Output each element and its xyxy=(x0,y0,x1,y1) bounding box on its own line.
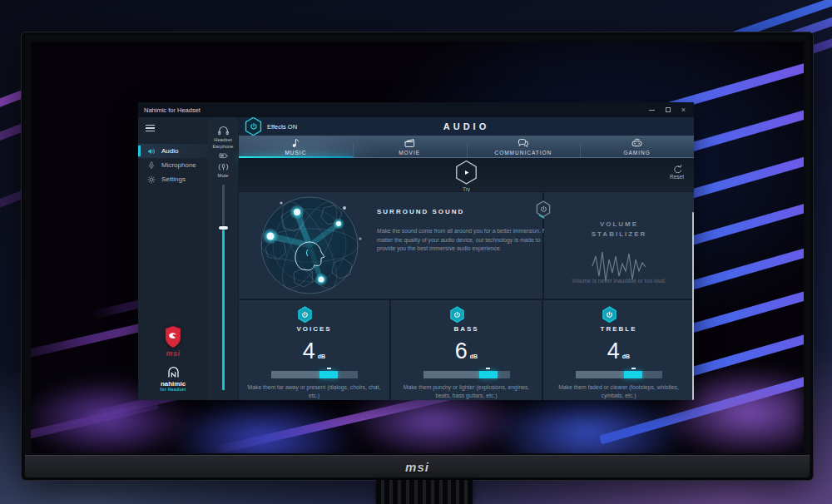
power-icon xyxy=(539,205,548,214)
slider-handle[interactable] xyxy=(319,371,338,378)
monitor-stand xyxy=(376,480,473,504)
eq-value: 4dB xyxy=(543,338,694,364)
voices-slider[interactable] xyxy=(271,371,358,378)
speaker-icon xyxy=(147,147,156,156)
eq-number: 4 xyxy=(607,338,621,363)
nahimic-wordmark: nahimic xyxy=(161,380,186,388)
slider-handle[interactable] xyxy=(479,371,498,378)
mute-microphone-icon[interactable] xyxy=(218,162,229,172)
slider-fill xyxy=(423,371,479,378)
nahimic-sub-label: for Headset xyxy=(161,388,186,392)
desktop-scene: Nahimic for Headset × Audi xyxy=(0,0,832,504)
slider-tick xyxy=(631,368,636,369)
power-icon xyxy=(605,310,614,319)
slider-fill xyxy=(576,371,625,378)
treble-power-button[interactable] xyxy=(602,306,617,323)
minimize-button[interactable] xyxy=(649,110,655,111)
music-note-icon xyxy=(290,137,302,148)
main-content: Effects ON AUDIO MUSIC MOVIE xyxy=(239,117,694,400)
monitor-screen: Nahimic for Headset × Audi xyxy=(31,42,804,453)
panel-description: Make the sound come from all around you … xyxy=(377,227,553,254)
bass-slider[interactable] xyxy=(423,371,510,378)
treble-slider[interactable] xyxy=(576,371,662,378)
eq-value: 6dB xyxy=(391,338,542,364)
page-title: AUDIO xyxy=(239,121,694,131)
bass-power-button[interactable] xyxy=(450,306,465,323)
sidebar-item-audio[interactable]: Audio xyxy=(138,144,208,158)
panel-description: Make them faded or clearer (footsteps, w… xyxy=(552,383,686,400)
monitor-chin: msi xyxy=(25,455,810,477)
device-panel: Headset Earphone Mute xyxy=(208,117,239,400)
tab-gaming[interactable]: GAMING xyxy=(580,136,694,157)
gear-icon xyxy=(147,175,156,184)
tab-label: MOVIE xyxy=(399,150,420,156)
volume-stabilizer-panel: VOLUME STABILIZER Volume is never inaudi… xyxy=(544,192,694,299)
msi-shield-logo xyxy=(164,326,182,348)
mute-label: Mute xyxy=(218,173,229,178)
voices-power-button[interactable] xyxy=(298,306,313,323)
slider-tick xyxy=(327,368,331,369)
sidebar-item-label: Microphone xyxy=(161,161,196,169)
effects-panels: SURROUND SOUND Make the sound come from … xyxy=(239,191,694,400)
window-titlebar: Nahimic for Headset × xyxy=(138,102,694,117)
eq-unit: dB xyxy=(318,353,325,359)
nahimic-logo-icon xyxy=(166,366,181,378)
battery-icon xyxy=(219,153,228,159)
panel-description: Volume is never inaudible or too loud. xyxy=(556,277,682,285)
reset-label: Reset xyxy=(670,174,684,180)
play-icon xyxy=(463,169,470,176)
panel-description: Make them far away or present (dialogs, … xyxy=(248,383,381,400)
voices-panel: VOICES 4dB Make them fa xyxy=(239,300,389,400)
tab-label: MUSIC xyxy=(285,150,306,156)
eq-unit: dB xyxy=(622,353,630,359)
tab-label: COMMUNICATION xyxy=(494,150,552,156)
window-scrollbar[interactable] xyxy=(692,212,694,400)
slider-fill xyxy=(271,371,320,378)
eq-number: 4 xyxy=(303,338,316,363)
monitor-bezel: Nahimic for Headset × Audi xyxy=(21,32,814,481)
tab-label: GAMING xyxy=(623,150,650,156)
hamburger-menu-icon[interactable] xyxy=(146,125,155,133)
panel-description: Make them punchy or lighter (explosions,… xyxy=(400,383,533,400)
sidebar-item-microphone[interactable]: Microphone xyxy=(138,158,208,172)
surround-sound-panel: SURROUND SOUND Make the sound come from … xyxy=(239,192,542,299)
panel-title: VOLUME STABILIZER xyxy=(544,220,694,240)
volume-stabilizer-power-button[interactable] xyxy=(536,200,551,217)
tab-communication[interactable]: COMMUNICATION xyxy=(467,136,581,157)
volume-slider-handle[interactable] xyxy=(219,226,228,230)
volume-slider-fill xyxy=(222,228,225,390)
close-button[interactable]: × xyxy=(681,107,686,112)
audio-header: Effects ON AUDIO xyxy=(239,117,694,136)
reset-button[interactable]: Reset xyxy=(670,164,684,180)
sidebar: Audio Microphone Settings xyxy=(138,117,208,400)
undo-arrow-icon xyxy=(671,164,682,173)
slider-tick xyxy=(486,368,490,369)
maximize-button[interactable] xyxy=(666,107,671,112)
slider-handle[interactable] xyxy=(624,371,642,378)
power-icon xyxy=(249,121,259,131)
tab-movie[interactable]: MOVIE xyxy=(353,136,467,157)
power-icon xyxy=(453,310,462,319)
power-icon xyxy=(300,310,310,319)
microphone-icon xyxy=(147,161,156,170)
sidebar-item-settings[interactable]: Settings xyxy=(138,172,208,186)
panel-title: BASS xyxy=(391,325,542,333)
gamepad-icon xyxy=(631,137,643,148)
nahimic-window: Nahimic for Headset × Audi xyxy=(138,102,694,400)
headphones-icon xyxy=(217,125,230,136)
effects-toggle-button[interactable] xyxy=(245,117,262,136)
effects-toggle-label: Effects ON xyxy=(267,123,297,131)
eq-number: 6 xyxy=(455,338,468,363)
volume-slider[interactable] xyxy=(222,185,225,390)
sidebar-item-label: Audio xyxy=(161,147,178,155)
panel-title: TREBLE xyxy=(543,325,694,333)
sidebar-item-label: Settings xyxy=(161,175,186,183)
eq-unit: dB xyxy=(470,353,478,359)
profile-tabs: MUSIC MOVIE COMMUNICATION xyxy=(239,136,694,158)
tab-music[interactable]: MUSIC xyxy=(239,136,353,157)
bass-panel: BASS 6dB Make them punc xyxy=(391,300,542,400)
panel-title: SURROUND SOUND xyxy=(377,208,538,215)
try-button[interactable] xyxy=(455,161,478,185)
eq-value: 4dB xyxy=(239,338,389,364)
window-title: Nahimic for Headset xyxy=(144,106,201,114)
